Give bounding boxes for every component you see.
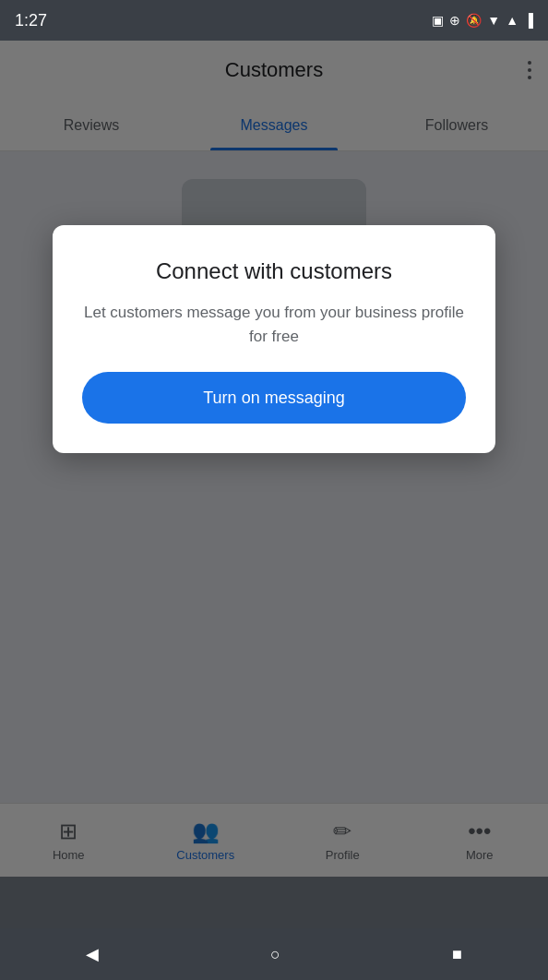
connect-dialog: Connect with customers Let customers mes…: [53, 225, 495, 453]
modal-overlay: Connect with customers Let customers mes…: [0, 41, 548, 928]
recents-button[interactable]: ■: [452, 945, 462, 964]
battery-icon: ▐: [524, 13, 533, 28]
wifi-icon: ▼: [487, 13, 500, 28]
tablet-icon: ▣: [432, 13, 444, 28]
turn-on-messaging-button[interactable]: Turn on messaging: [82, 372, 466, 424]
home-button[interactable]: ○: [270, 945, 280, 964]
dialog-body: Let customers message you from your busi…: [82, 301, 466, 348]
status-bar: 1:27 ▣ ⊕ 🔕 ▼ ▲ ▐: [0, 0, 548, 41]
status-time: 1:27: [15, 11, 47, 30]
signal-icon: ▲: [506, 13, 518, 28]
mute-icon: 🔕: [466, 13, 482, 28]
status-icons: ▣ ⊕ 🔕 ▼ ▲ ▐: [432, 13, 533, 28]
dialog-title: Connect with customers: [156, 258, 392, 284]
back-button[interactable]: ◀: [86, 944, 99, 964]
system-nav-bar: ◀ ○ ■: [0, 928, 548, 980]
circle-arrow-icon: ⊕: [449, 13, 460, 28]
